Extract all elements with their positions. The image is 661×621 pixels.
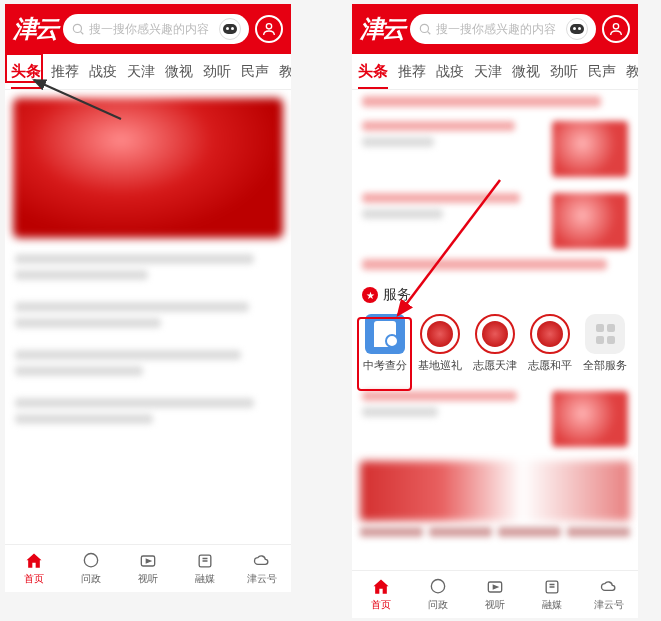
badge-icon: [420, 314, 460, 354]
tab-jinting[interactable]: 劲听: [203, 63, 231, 81]
tab-jinting[interactable]: 劲听: [550, 63, 578, 81]
tab-tianjin[interactable]: 天津: [474, 63, 502, 81]
search-icon: [418, 22, 432, 36]
nav-video[interactable]: 视听: [119, 545, 176, 592]
chat-icon: [81, 551, 101, 571]
tab-minsheng[interactable]: 民声: [241, 63, 269, 81]
search-placeholder: 搜一搜你感兴趣的内容: [89, 21, 215, 38]
category-tabs: 头条 推荐 战疫 天津 微视 劲听 民声 教 +: [5, 54, 291, 90]
phone-screenshot-right: 津云 搜一搜你感兴趣的内容 头条 推荐 战疫 天津 微视 劲听 民声 教 +: [352, 4, 638, 618]
service-base-tour[interactable]: 基地巡礼: [413, 314, 466, 373]
tab-headlines[interactable]: 头条: [358, 62, 388, 81]
app-header: 津云 搜一搜你感兴趣的内容: [5, 4, 291, 54]
service-section-header: ★ 服务: [352, 280, 638, 306]
category-tabs: 头条 推荐 战疫 天津 微视 劲听 民声 教 +: [352, 54, 638, 90]
nav-wenzheng[interactable]: 问政: [62, 545, 119, 592]
document-search-icon: [365, 314, 405, 354]
feed-content: ★ 服务 中考查分 基地巡礼 志愿天津 志愿和平 全部服务: [352, 90, 638, 570]
nav-home[interactable]: 首页: [352, 571, 409, 618]
video-icon: [138, 551, 158, 571]
media-icon: [195, 551, 215, 571]
tab-edu[interactable]: 教: [626, 63, 638, 81]
search-placeholder: 搜一搜你感兴趣的内容: [436, 21, 562, 38]
tab-headlines[interactable]: 头条: [11, 62, 41, 81]
tab-epidemic[interactable]: 战疫: [89, 63, 117, 81]
nav-video[interactable]: 视听: [466, 571, 523, 618]
bottom-nav: 首页 问政 视听 融媒 津云号: [5, 544, 291, 592]
app-logo: 津云: [360, 13, 404, 45]
tab-epidemic[interactable]: 战疫: [436, 63, 464, 81]
home-icon: [371, 577, 391, 597]
phone-screenshot-left: 津云 搜一搜你感兴趣的内容 头条 推荐 战疫 天津 微视 劲听 民声 教 + 首…: [5, 4, 291, 592]
tab-minsheng[interactable]: 民声: [588, 63, 616, 81]
app-header: 津云 搜一搜你感兴趣的内容: [352, 4, 638, 54]
service-grid: 中考查分 基地巡礼 志愿天津 志愿和平 全部服务: [352, 306, 638, 383]
service-section-title: 服务: [383, 286, 411, 304]
tab-recommend[interactable]: 推荐: [51, 63, 79, 81]
star-icon: ★: [362, 287, 378, 303]
svg-line-7: [428, 32, 431, 35]
nav-wenzheng[interactable]: 问政: [409, 571, 466, 618]
service-exam-score[interactable]: 中考查分: [358, 314, 411, 373]
search-bar[interactable]: 搜一搜你感兴趣的内容: [410, 14, 596, 44]
grid-icon: [585, 314, 625, 354]
tab-weishi[interactable]: 微视: [165, 63, 193, 81]
feed-content-blurred: [5, 90, 291, 544]
profile-icon[interactable]: [255, 15, 283, 43]
tab-edu[interactable]: 教: [279, 63, 291, 81]
nav-rongmei[interactable]: 融媒: [524, 571, 581, 618]
svg-point-6: [420, 24, 428, 32]
badge-icon: [530, 314, 570, 354]
app-logo: 津云: [13, 13, 57, 45]
nav-jinyunhao[interactable]: 津云号: [581, 571, 638, 618]
profile-icon[interactable]: [602, 15, 630, 43]
cloud-icon: [599, 577, 619, 597]
home-icon: [24, 551, 44, 571]
ai-assistant-icon[interactable]: [566, 18, 588, 40]
badge-icon: [475, 314, 515, 354]
svg-point-0: [73, 24, 81, 32]
search-bar[interactable]: 搜一搜你感兴趣的内容: [63, 14, 249, 44]
nav-rongmei[interactable]: 融媒: [177, 545, 234, 592]
media-icon: [542, 577, 562, 597]
ai-assistant-icon[interactable]: [219, 18, 241, 40]
nav-jinyunhao[interactable]: 津云号: [234, 545, 291, 592]
svg-point-8: [613, 24, 618, 29]
nav-home[interactable]: 首页: [5, 545, 62, 592]
svg-point-2: [266, 24, 271, 29]
cloud-icon: [252, 551, 272, 571]
tab-recommend[interactable]: 推荐: [398, 63, 426, 81]
tab-weishi[interactable]: 微视: [512, 63, 540, 81]
search-icon: [71, 22, 85, 36]
svg-line-1: [81, 32, 84, 35]
tab-tianjin[interactable]: 天津: [127, 63, 155, 81]
chat-icon: [428, 577, 448, 597]
service-all[interactable]: 全部服务: [579, 314, 632, 373]
video-icon: [485, 577, 505, 597]
bottom-nav: 首页 问政 视听 融媒 津云号: [352, 570, 638, 618]
service-volunteer-tianjin[interactable]: 志愿天津: [468, 314, 521, 373]
service-volunteer-heping[interactable]: 志愿和平: [524, 314, 577, 373]
